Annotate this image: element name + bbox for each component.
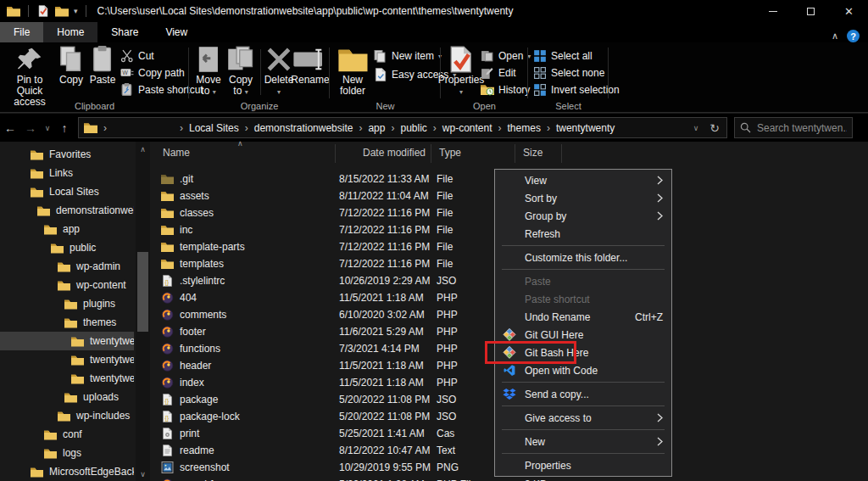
copy-path-button[interactable]: W Copy path [120,65,185,81]
dropbox-icon [503,388,516,400]
tree-item-public[interactable]: public [0,238,134,257]
select-all-button[interactable]: Select all [533,48,593,64]
menu-item-refresh[interactable]: Refresh [495,225,671,243]
search-box[interactable] [734,117,853,138]
breadcrumb-segment[interactable]: Local Sites [189,122,239,134]
menu-item-group-by[interactable]: Group by [495,207,671,225]
column-header-name[interactable]: Name [163,147,190,159]
breadcrumb-segment[interactable]: app [368,122,385,134]
chevron-right-icon[interactable]: › [353,122,368,134]
menu-item-customize-this-folder[interactable]: Customize this folder... [495,249,671,266]
forward-button[interactable]: → [20,121,41,135]
tab-share[interactable]: Share [97,22,152,42]
tab-file[interactable]: File [0,22,43,42]
tree-item-local-sites[interactable]: Local Sites [0,182,134,201]
tree-item-themes[interactable]: themes [0,313,134,332]
folder-icon[interactable] [55,5,69,17]
close-button[interactable]: ✕ [830,0,868,22]
tree-item-plugins[interactable]: plugins [0,294,134,313]
tab-home[interactable]: Home [43,22,97,42]
column-header-type[interactable]: Type [439,147,461,159]
menu-item-sort-by[interactable]: Sort by [495,189,671,207]
scroll-down-icon[interactable]: ∨ [136,470,150,478]
tree-item-twentytwen[interactable]: twentytwen [0,350,134,369]
chevron-right-icon[interactable]: › [541,122,556,134]
tree-item-logs[interactable]: logs [0,444,134,462]
minimize-button[interactable] [754,0,792,22]
address-bar[interactable]: ››Local Sites›demonstrationwebsite›app›p… [78,117,727,138]
tree-item-wp-includes[interactable]: wp-includes [0,406,134,425]
tree-item-wp-admin[interactable]: wp-admin [0,257,134,276]
select-none-button[interactable]: Select none [533,65,604,81]
menu-item-properties[interactable]: Properties [495,456,671,474]
back-button[interactable]: ← [0,121,20,135]
chevron-right-icon[interactable]: › [239,122,254,134]
properties-button[interactable]: Properties▾ [444,46,478,98]
group-label-clipboard: Clipboard [0,101,189,111]
delete-button[interactable]: Delete▾ [264,46,294,98]
breadcrumb-segment[interactable]: twentytwenty [556,122,615,134]
menu-item-paste-shortcut: Paste shortcut [495,290,671,308]
column-header-date-modified[interactable]: Date modified [363,147,426,159]
edit-button[interactable]: Edit [481,65,516,81]
breadcrumb-segment[interactable]: themes [508,122,541,134]
history-button[interactable]: History [481,82,530,98]
rename-button[interactable]: Rename [292,46,328,86]
menu-item-give-access-to[interactable]: Give access to [495,409,671,427]
chevron-right-icon[interactable]: › [427,122,442,134]
chevron-right-icon[interactable]: › [174,122,189,134]
search-input[interactable] [757,122,847,134]
breadcrumb-segment[interactable]: demonstrationwebsite [254,122,353,134]
pin-to-quick-access-button[interactable]: Pin to Quick access [5,46,54,108]
chevron-right-icon[interactable]: › [385,122,400,134]
breadcrumb-segment[interactable]: public [400,122,426,134]
folder-icon [84,122,97,133]
tree-item-uploads[interactable]: uploads [0,388,134,406]
folder-icon [64,392,77,403]
tree-item-links[interactable]: Links [0,164,134,182]
paste-button[interactable]: Paste [86,46,119,86]
copy-button[interactable]: Copy [56,46,86,86]
menu-item-undo-rename[interactable]: Undo RenameCtrl+Z [495,308,671,326]
tree-item-wp-content[interactable]: wp-content [0,276,134,294]
maximize-button[interactable] [792,0,830,22]
open-button[interactable]: Open▾ [481,48,531,64]
tree-item-twentytwen[interactable]: twentytwen [0,369,134,388]
column-header-size[interactable]: Size [523,147,542,159]
menu-item-send-a-copy[interactable]: Send a copy... [495,385,671,403]
tree-item-microsoftedgebacku[interactable]: MicrosoftEdgeBacku [0,462,134,481]
menu-item-git-gui-here[interactable]: Git GUI Here [495,326,671,344]
collapse-ribbon-icon[interactable]: ∧ [832,31,838,42]
tree-item-twentytwen[interactable]: twentytwen [0,332,134,350]
menu-item-view[interactable]: View [495,171,671,189]
folder-page-icon [31,467,43,478]
menu-item-git-bash-here[interactable]: Git Bash Here [495,344,671,361]
menu-item-open-with-code[interactable]: Open with Code [495,361,671,379]
menu-item-new[interactable]: New [495,433,671,450]
tree-item-conf[interactable]: conf [0,425,134,444]
new-item-button[interactable]: New item▾ [374,48,442,64]
checkmark-document-icon[interactable] [36,5,50,17]
tab-view[interactable]: View [152,22,201,42]
chevron-right-icon[interactable]: › [97,122,113,134]
address-dropdown-icon[interactable]: ∨ [689,124,703,132]
up-button[interactable]: ↑ [54,121,75,135]
move-to-button[interactable]: Move to ▾ [193,46,224,98]
refresh-icon[interactable]: ↻ [703,121,726,135]
tree-item-app[interactable]: app [0,220,134,238]
folder-icon [58,280,70,291]
invert-selection-button[interactable]: Invert selection [533,82,620,98]
copy-to-button[interactable]: Copy to ▾ [225,46,256,98]
help-icon[interactable]: ? [847,30,860,42]
recent-locations-icon[interactable]: ∨ [41,124,54,132]
sidebar-scrollbar[interactable]: ∧ ∨ [136,142,150,481]
tree-item-favorites[interactable]: Favorites [0,145,134,164]
new-folder-button[interactable]: Newfolder [335,46,370,97]
tree-item-demonstrationwebs[interactable]: demonstrationwebs [0,201,134,220]
cut-button[interactable]: Cut [120,48,154,64]
breadcrumb-segment[interactable]: wp-content [442,122,492,134]
scrollbar-thumb[interactable] [137,252,148,332]
scroll-up-icon[interactable]: ∧ [136,145,150,154]
chevron-down-icon[interactable]: ▾ [74,7,78,15]
chevron-right-icon[interactable]: › [492,122,508,134]
